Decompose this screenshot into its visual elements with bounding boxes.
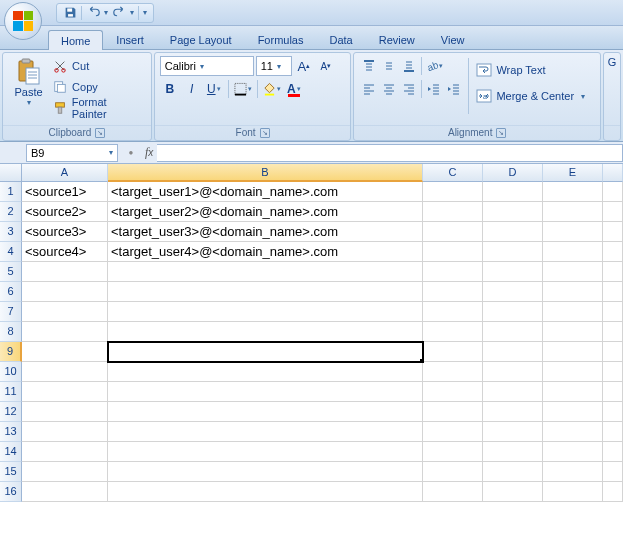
row-header[interactable]: 14: [0, 442, 22, 462]
cell-C15[interactable]: [423, 462, 483, 482]
cell-E6[interactable]: [543, 282, 603, 302]
undo-icon[interactable]: [86, 6, 100, 20]
align-middle-button[interactable]: [379, 56, 399, 76]
italic-button[interactable]: I: [182, 79, 202, 99]
grow-font-button[interactable]: A▴: [294, 56, 314, 76]
cell-A10[interactable]: [22, 362, 108, 382]
cell-C13[interactable]: [423, 422, 483, 442]
cell-B12[interactable]: [108, 402, 423, 422]
row-header[interactable]: 4: [0, 242, 22, 262]
tab-view[interactable]: View: [428, 29, 478, 49]
cell-C16[interactable]: [423, 482, 483, 502]
paste-dropdown-icon[interactable]: ▾: [27, 98, 31, 107]
cell-B9[interactable]: [108, 342, 423, 362]
cell-E3[interactable]: [543, 222, 603, 242]
orientation-button[interactable]: ab▾: [424, 56, 444, 76]
cell-C2[interactable]: [423, 202, 483, 222]
col-header-e[interactable]: E: [543, 164, 603, 182]
cell-B10[interactable]: [108, 362, 423, 382]
row-header[interactable]: 2: [0, 202, 22, 222]
cell-B8[interactable]: [108, 322, 423, 342]
decrease-indent-button[interactable]: [424, 79, 444, 99]
name-box[interactable]: B9▾: [26, 144, 118, 162]
cell-C5[interactable]: [423, 262, 483, 282]
align-right-button[interactable]: [399, 79, 419, 99]
paste-button[interactable]: Paste ▾: [8, 56, 49, 107]
align-bottom-button[interactable]: [399, 56, 419, 76]
row-header[interactable]: 3: [0, 222, 22, 242]
cell-B13[interactable]: [108, 422, 423, 442]
font-color-button[interactable]: A▾: [284, 79, 304, 99]
cut-button[interactable]: Cut: [49, 56, 146, 76]
cell-E16[interactable]: [543, 482, 603, 502]
cell-E1[interactable]: [543, 182, 603, 202]
redo-icon[interactable]: [112, 6, 126, 20]
cell-D16[interactable]: [483, 482, 543, 502]
underline-button[interactable]: U▾: [204, 79, 224, 99]
cell-A16[interactable]: [22, 482, 108, 502]
cell-overflow[interactable]: [603, 262, 623, 282]
cell-A12[interactable]: [22, 402, 108, 422]
formula-input[interactable]: [157, 144, 623, 162]
row-header[interactable]: 6: [0, 282, 22, 302]
font-size-combo[interactable]: 11▾: [256, 56, 292, 76]
cell-E12[interactable]: [543, 402, 603, 422]
cell-overflow[interactable]: [603, 322, 623, 342]
cell-overflow[interactable]: [603, 422, 623, 442]
row-header[interactable]: 11: [0, 382, 22, 402]
cell-D14[interactable]: [483, 442, 543, 462]
tab-insert[interactable]: Insert: [103, 29, 157, 49]
col-header-d[interactable]: D: [483, 164, 543, 182]
tab-review[interactable]: Review: [366, 29, 428, 49]
cell-D1[interactable]: [483, 182, 543, 202]
cell-E5[interactable]: [543, 262, 603, 282]
align-center-button[interactable]: [379, 79, 399, 99]
col-header-a[interactable]: A: [22, 164, 108, 182]
tab-home[interactable]: Home: [48, 30, 103, 50]
namebox-dropdown-icon[interactable]: ▾: [109, 148, 113, 157]
merge-dropdown-icon[interactable]: ▾: [581, 92, 585, 101]
cell-overflow[interactable]: [603, 242, 623, 262]
row-header[interactable]: 7: [0, 302, 22, 322]
cell-D7[interactable]: [483, 302, 543, 322]
cell-B7[interactable]: [108, 302, 423, 322]
tab-data[interactable]: Data: [316, 29, 365, 49]
cell-C8[interactable]: [423, 322, 483, 342]
col-header-overflow[interactable]: [603, 164, 623, 182]
cell-D5[interactable]: [483, 262, 543, 282]
cell-B14[interactable]: [108, 442, 423, 462]
wrap-text-button[interactable]: Wrap Text: [473, 60, 588, 80]
cell-D4[interactable]: [483, 242, 543, 262]
cell-D3[interactable]: [483, 222, 543, 242]
bold-button[interactable]: B: [160, 79, 180, 99]
cell-A14[interactable]: [22, 442, 108, 462]
cell-overflow[interactable]: [603, 302, 623, 322]
border-button[interactable]: ▾: [233, 79, 253, 99]
cell-A6[interactable]: [22, 282, 108, 302]
cell-overflow[interactable]: [603, 222, 623, 242]
row-header[interactable]: 12: [0, 402, 22, 422]
format-painter-button[interactable]: Format Painter: [49, 98, 146, 118]
cell-overflow[interactable]: [603, 402, 623, 422]
cell-overflow[interactable]: [603, 182, 623, 202]
cell-C9[interactable]: [423, 342, 483, 362]
row-header[interactable]: 8: [0, 322, 22, 342]
cell-A9[interactable]: [22, 342, 108, 362]
cell-A15[interactable]: [22, 462, 108, 482]
save-icon[interactable]: [63, 6, 77, 20]
cell-C14[interactable]: [423, 442, 483, 462]
cell-A2[interactable]: <source2>: [22, 202, 108, 222]
alignment-dialog-launcher[interactable]: ↘: [496, 128, 506, 138]
row-header[interactable]: 15: [0, 462, 22, 482]
cell-overflow[interactable]: [603, 442, 623, 462]
cell-C1[interactable]: [423, 182, 483, 202]
cell-D15[interactable]: [483, 462, 543, 482]
cell-A11[interactable]: [22, 382, 108, 402]
cell-B15[interactable]: [108, 462, 423, 482]
row-header[interactable]: 1: [0, 182, 22, 202]
tab-page-layout[interactable]: Page Layout: [157, 29, 245, 49]
cell-overflow[interactable]: [603, 342, 623, 362]
undo-dropdown-icon[interactable]: ▾: [104, 8, 108, 17]
row-header[interactable]: 16: [0, 482, 22, 502]
cell-D12[interactable]: [483, 402, 543, 422]
